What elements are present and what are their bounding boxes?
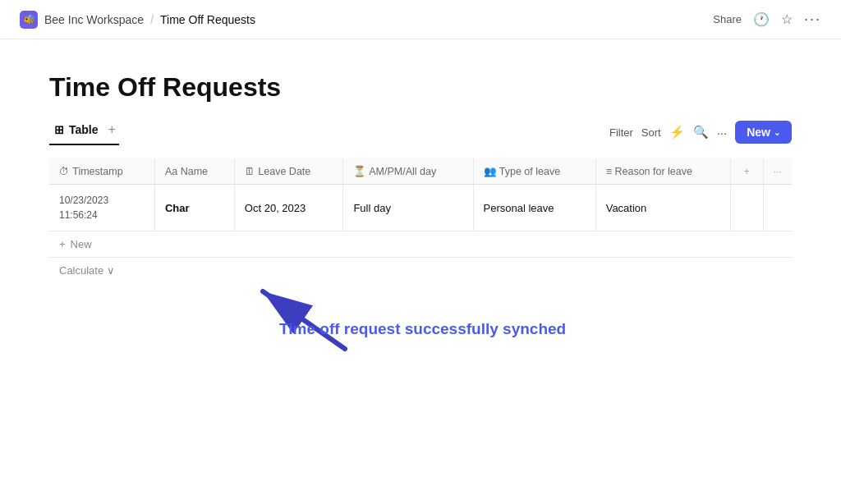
timestamp-icon: ⏱	[59, 166, 72, 177]
topbar: 🐝 Bee Inc Workspace / Time Off Requests …	[0, 0, 841, 39]
cell-more-empty	[763, 185, 792, 231]
col-timestamp: ⏱ Timestamp	[49, 158, 154, 185]
ampm-icon: ⏳	[353, 166, 369, 177]
am-pm-value: Full day	[353, 202, 391, 214]
add-tab-icon[interactable]: +	[105, 119, 119, 140]
reason-label: Reason for leave	[614, 166, 692, 177]
more-icon[interactable]: ···	[804, 11, 821, 28]
share-label[interactable]: Share	[713, 13, 742, 25]
arrow-annotation	[214, 275, 378, 357]
cell-name: Char	[154, 185, 234, 231]
col-name: Aa Name	[154, 158, 234, 185]
more-options-icon[interactable]: ···	[717, 126, 728, 140]
workspace-icon: 🐝	[20, 11, 38, 29]
name-value: Char	[165, 202, 190, 214]
timestamp-label: Timestamp	[72, 166, 122, 177]
table-tab-label: Table	[69, 123, 99, 136]
workspace-name[interactable]: Bee Inc Workspace	[44, 13, 144, 26]
col-leave-date: 🗓 Leave Date	[234, 158, 343, 185]
col-am-pm: ⏳ AM/PM/All day	[343, 158, 473, 185]
cell-am-pm: Full day	[343, 185, 473, 231]
right-controls: Filter Sort ⚡ 🔍 ··· New ⌄	[609, 121, 792, 144]
success-message: Time off request successfully synched	[279, 320, 566, 338]
name-icon: Aa	[165, 166, 181, 177]
tab-row: ⊞ Table +	[49, 119, 119, 145]
main-content: Time Off Requests ⊞ Table + Filter Sort …	[0, 39, 841, 415]
new-row-plus-icon: +	[59, 238, 66, 250]
cell-leave-date: Oct 20, 2023	[234, 185, 343, 231]
col-type: 👥 Type of leave	[473, 158, 595, 185]
filter-button[interactable]: Filter	[609, 126, 633, 139]
clock-icon[interactable]: 🕐	[753, 11, 770, 27]
leave-date-value: Oct 20, 2023	[245, 202, 306, 214]
search-icon[interactable]: 🔍	[693, 125, 709, 140]
type-icon: 👥	[484, 166, 499, 177]
type-label: Type of leave	[499, 166, 560, 177]
col-reason: ≡ Reason for leave	[595, 158, 730, 185]
name-label: Name	[181, 166, 208, 177]
star-icon[interactable]: ☆	[781, 11, 793, 27]
topbar-right-icons: Share 🕐 ☆ ···	[713, 11, 821, 28]
col-more[interactable]: ···	[763, 158, 792, 185]
lightning-icon[interactable]: ⚡	[669, 125, 685, 140]
new-button-chevron: ⌄	[774, 128, 780, 137]
new-row-label: New	[71, 238, 92, 250]
cell-reason: Vacation	[595, 185, 730, 231]
sort-button[interactable]: Sort	[641, 126, 661, 139]
breadcrumb-separator: /	[150, 13, 154, 26]
cell-add-empty	[730, 185, 763, 231]
timestamp-value: 10/23/202311:56:24	[59, 195, 108, 221]
calendar-icon: 🗓	[245, 166, 258, 177]
reason-value: Vacation	[606, 202, 647, 214]
new-button-label: New	[747, 126, 770, 139]
page-title: Time Off Requests	[49, 72, 792, 103]
table-section: ⏱ Timestamp Aa Name 🗓 Leave Date ⏳ AM/PM…	[49, 158, 792, 283]
new-row-button[interactable]: + New	[49, 231, 792, 258]
annotation-area: Time off request successfully synched	[49, 275, 792, 382]
breadcrumb: 🐝 Bee Inc Workspace / Time Off Requests	[20, 11, 255, 29]
page-name[interactable]: Time Off Requests	[160, 13, 255, 26]
ampm-label: AM/PM/All day	[369, 166, 436, 177]
col-add[interactable]: +	[730, 158, 763, 185]
data-table: ⏱ Timestamp Aa Name 🗓 Leave Date ⏳ AM/PM…	[49, 158, 792, 231]
cell-timestamp: 10/23/202311:56:24	[49, 185, 154, 231]
table-tab[interactable]: ⊞ Table	[49, 120, 103, 140]
table-header-row: ⏱ Timestamp Aa Name 🗓 Leave Date ⏳ AM/PM…	[49, 158, 792, 185]
table-row: 10/23/202311:56:24 Char Oct 20, 2023 Ful…	[49, 185, 792, 231]
leave-date-label: Leave Date	[258, 166, 310, 177]
toolbar-row: ⊞ Table + Filter Sort ⚡ 🔍 ··· New ⌄	[49, 119, 792, 145]
table-tab-icon: ⊞	[54, 123, 64, 136]
type-value: Personal leave	[484, 202, 554, 214]
reason-icon: ≡	[606, 166, 615, 177]
success-message-text: Time off request successfully synched	[279, 320, 566, 337]
new-button[interactable]: New ⌄	[735, 121, 792, 144]
cell-type: Personal leave	[473, 185, 595, 231]
